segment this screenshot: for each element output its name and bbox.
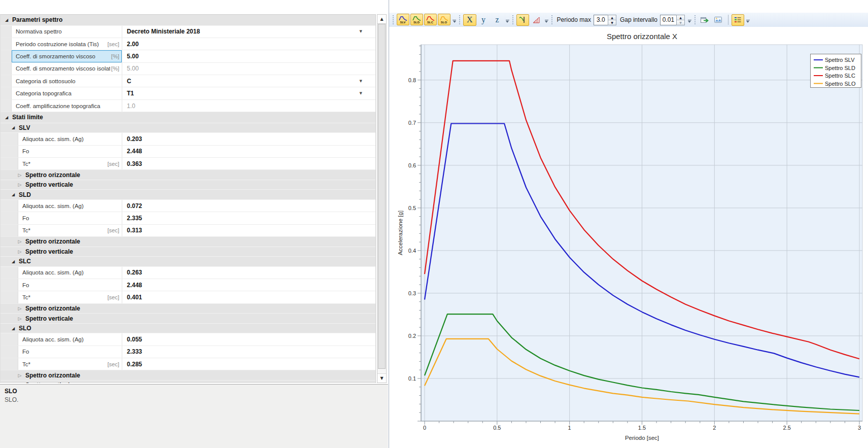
property-value-cell[interactable]: 5.00 <box>122 50 375 62</box>
property-value-cell[interactable]: 0.055 <box>122 333 375 345</box>
toggle-spettro-slc[interactable]: SLC <box>424 14 437 25</box>
expand-icon[interactable]: ▷ <box>17 316 23 321</box>
spin-down-icon[interactable]: ▼ <box>677 20 684 25</box>
property-name-cell[interactable]: Tc*[sec] <box>18 291 122 303</box>
property-name-cell[interactable]: Aliquota acc. sism. (Ag) <box>18 267 122 279</box>
property-value-cell[interactable]: 2.448 <box>122 146 375 157</box>
axis-z-toggle[interactable]: z <box>491 14 504 26</box>
grid-category-slv[interactable]: ◢SLV <box>1 123 375 133</box>
property-name-cell[interactable]: Fo <box>18 279 122 291</box>
expand-icon[interactable]: ▷ <box>17 249 23 254</box>
property-name-cell[interactable]: Categoria di sottosuolo <box>12 75 122 87</box>
property-value-cell[interactable]: 0.313 <box>122 225 375 236</box>
collapse-icon[interactable]: ◢ <box>10 259 16 264</box>
grid-row-normativa-spettro[interactable]: Normativa spettroDecreto Ministeriale 20… <box>1 26 375 38</box>
grid-category-spettro-verticale[interactable]: ▷Spettro verticale <box>1 247 375 257</box>
expand-icon[interactable]: ▷ <box>17 182 23 187</box>
grid-row-periodo-costruzione-isolata-tis[interactable]: Periodo costruzione isolata (Tis)[sec]2.… <box>1 38 375 50</box>
property-name-cell[interactable]: Aliquota acc. sism. (Ag) <box>18 333 122 345</box>
expand-icon[interactable]: ▷ <box>17 373 23 378</box>
grid-category-spettro-verticale[interactable]: ▷Spettro verticale <box>1 381 375 383</box>
grid-row-fo[interactable]: Fo2.333 <box>1 346 375 358</box>
property-name-cell[interactable]: Coeff. amplificazione topografica <box>12 100 122 112</box>
grid-category-parametri-spettro[interactable]: ◢Parametri spettro <box>1 15 375 26</box>
gap-intervallo-spinner[interactable]: 0.01 ▲ ▼ <box>660 15 685 25</box>
property-name-cell[interactable]: Tc*[sec] <box>18 225 122 236</box>
expand-icon[interactable]: ▷ <box>17 239 23 244</box>
expand-icon[interactable]: ▷ <box>17 306 23 311</box>
axis-y-toggle[interactable]: y <box>477 14 490 26</box>
property-value-cell[interactable]: T1▼ <box>122 87 375 99</box>
collapse-icon[interactable]: ◢ <box>10 326 16 331</box>
toolbar-overflow-icon[interactable] <box>688 20 691 23</box>
property-name-cell[interactable]: Tc*[sec] <box>18 358 122 370</box>
grid-category-slc[interactable]: ◢SLC <box>1 257 375 267</box>
legend-toggle-button[interactable] <box>732 14 744 26</box>
grid-row-categoria-di-sottosuolo[interactable]: Categoria di sottosuoloC▼ <box>1 75 375 87</box>
toggle-spettro-slv[interactable]: SLV <box>397 14 409 25</box>
toggle-spettro-sld[interactable]: SLD <box>410 14 423 25</box>
copy-image-button[interactable] <box>712 14 725 26</box>
property-name-cell[interactable]: Aliquota acc. sism. (Ag) <box>18 133 122 145</box>
grid-row-tc[interactable]: Tc*[sec]0.401 <box>1 291 375 303</box>
property-value-cell[interactable]: Decreto Ministeriale 2018▼ <box>122 26 375 38</box>
property-name-cell[interactable]: Coeff. di smorzamento viscoso[%] <box>12 50 122 62</box>
property-name-cell[interactable]: Periodo costruzione isolata (Tis)[sec] <box>12 38 122 50</box>
collapse-icon[interactable]: ◢ <box>4 115 10 120</box>
toolbar-overflow-icon[interactable] <box>453 20 456 23</box>
property-value-cell[interactable]: 2.335 <box>122 212 375 224</box>
grid-row-tc[interactable]: Tc*[sec]0.313 <box>1 225 375 237</box>
dropdown-arrow-icon[interactable]: ▼ <box>360 29 362 33</box>
dropdown-arrow-icon[interactable]: ▼ <box>360 91 362 95</box>
spin-up-icon[interactable]: ▲ <box>608 15 616 20</box>
grid-category-slo[interactable]: ◢SLO <box>1 324 375 334</box>
grid-row-tc[interactable]: Tc*[sec]0.363 <box>1 158 375 170</box>
collapse-icon[interactable]: ◢ <box>4 18 10 22</box>
collapse-icon[interactable]: ◢ <box>10 125 16 130</box>
grid-category-stati-limite[interactable]: ◢Stati limite <box>1 112 375 123</box>
grid-row-coeff-di-smorzamento-viscoso-isolatori[interactable]: Coeff. di smorzamento viscoso isolatori[… <box>1 63 375 75</box>
property-value-cell[interactable]: C▼ <box>122 75 375 87</box>
scroll-up-icon[interactable]: ▲ <box>377 15 386 24</box>
property-value-cell[interactable]: 0.285 <box>122 358 375 370</box>
property-name-cell[interactable]: Fo <box>18 146 122 157</box>
toolbar-overflow-icon[interactable] <box>545 20 548 23</box>
axis-x-toggle[interactable]: X <box>463 14 476 26</box>
grid-row-aliquota-acc-sism-ag[interactable]: Aliquota acc. sism. (Ag)0.203 <box>1 133 375 145</box>
export-chart-button[interactable] <box>699 14 711 26</box>
property-value-cell[interactable]: 0.263 <box>122 267 375 279</box>
property-value-cell[interactable]: 2.448 <box>122 279 375 291</box>
property-name-cell[interactable]: Normativa spettro <box>12 26 122 38</box>
grid-row-coeff-amplificazione-topografica[interactable]: Coeff. amplificazione topografica1.0 <box>1 100 375 112</box>
periodo-max-value[interactable]: 3.0 <box>594 15 608 25</box>
grid-row-fo[interactable]: Fo2.448 <box>1 146 375 158</box>
grid-row-fo[interactable]: Fo2.448 <box>1 279 375 291</box>
grid-row-categoria-topografica[interactable]: Categoria topograficaT1▼ <box>1 87 375 99</box>
property-value-cell[interactable]: 2.00 <box>122 38 375 50</box>
toggle-spettro-slo[interactable]: SLO <box>438 14 450 25</box>
property-name-cell[interactable]: Fo <box>18 212 122 224</box>
gap-intervallo-value[interactable]: 0.01 <box>660 15 676 25</box>
load-profile-button[interactable] <box>530 14 543 26</box>
property-value-cell[interactable]: 0.203 <box>122 133 375 145</box>
property-name-cell[interactable]: Coeff. di smorzamento viscoso isolatori[… <box>12 63 122 75</box>
property-name-cell[interactable]: Categoria topografica <box>12 87 122 99</box>
property-value-cell[interactable]: 0.072 <box>122 200 375 212</box>
grid-row-aliquota-acc-sism-ag[interactable]: Aliquota acc. sism. (Ag)0.055 <box>1 333 375 346</box>
grid-row-aliquota-acc-sism-ag[interactable]: Aliquota acc. sism. (Ag)0.072 <box>1 200 375 212</box>
grid-category-spettro-verticale[interactable]: ▷Spettro verticale <box>1 314 375 324</box>
toolbar-overflow-icon[interactable] <box>506 20 509 23</box>
property-value-cell[interactable]: 2.333 <box>122 346 375 358</box>
grid-category-spettro-orizzontale[interactable]: ▷Spettro orizzontale <box>1 170 375 180</box>
property-value-cell[interactable]: 0.401 <box>122 291 375 303</box>
scroll-down-icon[interactable]: ▼ <box>377 373 386 383</box>
grid-category-spettro-orizzontale[interactable]: ▷Spettro orizzontale <box>1 304 375 314</box>
grid-category-sld[interactable]: ◢SLD <box>1 190 375 200</box>
grid-category-spettro-verticale[interactable]: ▷Spettro verticale <box>1 180 375 190</box>
grid-category-spettro-orizzontale[interactable]: ▷Spettro orizzontale <box>1 237 375 247</box>
grid-scrollbar[interactable]: ▲ ▼ <box>377 14 387 383</box>
property-name-cell[interactable]: Aliquota acc. sism. (Ag) <box>18 200 122 212</box>
grid-row-aliquota-acc-sism-ag[interactable]: Aliquota acc. sism. (Ag)0.263 <box>1 267 375 279</box>
expand-icon[interactable]: ▷ <box>17 173 23 178</box>
collapse-icon[interactable]: ◢ <box>10 192 16 197</box>
